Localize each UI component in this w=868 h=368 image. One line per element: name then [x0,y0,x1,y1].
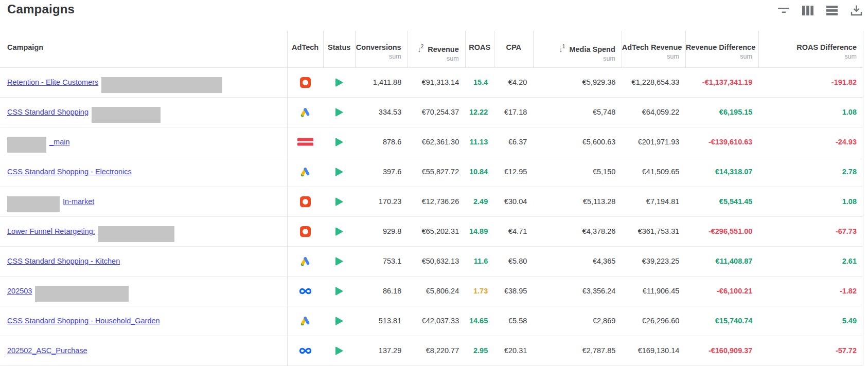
campaign-link[interactable]: In-market [63,197,94,206]
campaign-link[interactable]: Lower Funnel Retargeting: [7,227,95,235]
cell-adtech [287,187,323,216]
cell-media_spend: €5,600.63 [533,127,622,157]
cell-adtech_revenue: €201,971.93 [622,127,685,157]
cell-revenue_difference: -€160,909.37 [685,336,758,365]
adtech-meta-icon [297,346,313,356]
rows-icon [826,6,838,15]
column-label: ROAS Difference [759,31,863,52]
cell-cpa: €6.37 [494,127,533,157]
cell-media_spend: €5,748 [533,97,622,127]
cell-roas: 14.65 [465,306,494,336]
status-play-icon[interactable] [335,227,343,236]
cell-roas: 11.6 [465,246,494,276]
cell-roas_difference: 1.08 [758,187,863,216]
cell-roas_difference: -67.73 [758,216,863,246]
column-label: Status [324,31,355,52]
cell-status [323,216,355,246]
cell-status [323,97,355,127]
cell-revenue: €91,313.14 [408,67,465,97]
cell-revenue_difference: €5,541.45 [685,187,758,216]
cell-revenue: €8,220.77 [408,336,465,365]
cell-conversions: 397.6 [355,157,408,187]
campaign-link[interactable]: 202502_ASC_Purchase [7,346,87,355]
column-header-roas[interactable]: ROAS [465,31,494,67]
status-play-icon[interactable] [335,317,343,325]
status-play-icon[interactable] [335,346,343,355]
filter-icon-button[interactable] [777,4,790,16]
cell-revenue_difference: €11,408.87 [685,246,758,276]
column-header-roas_difference[interactable]: ROAS Differencesum [758,31,863,67]
column-header-media_spend[interactable]: ↓1Media Spendsum [533,31,622,67]
cell-campaign: CSS Standard Shopping [0,97,287,127]
cell-media_spend: €5,929.36 [533,67,622,97]
status-play-icon[interactable] [335,108,343,117]
column-header-conversions[interactable]: Conversionssum [355,31,408,67]
status-play-icon[interactable] [335,287,343,296]
cell-conversions: 86.18 [355,276,408,306]
table-row: CSS Standard Shopping334.53€70,254.3712.… [0,97,863,127]
campaign-link[interactable]: CSS Standard Shopping - Household_Garden [7,317,160,325]
column-header-adtech[interactable]: AdTech [287,31,323,67]
cell-adtech [287,97,323,127]
cell-conversions: 753.1 [355,246,408,276]
cell-campaign: 202503 [0,276,287,306]
column-header-cpa[interactable]: CPA [494,31,533,67]
cell-media_spend: €2,869 [533,306,622,336]
cell-roas_difference: 2.78 [758,157,863,187]
adtech-meta-icon [297,286,313,296]
cell-adtech_revenue: €26,296.60 [622,306,685,336]
columns-icon-button[interactable] [802,4,814,16]
cell-adtech [287,216,323,246]
redacted-text [98,226,174,242]
campaign-link[interactable]: CSS Standard Shopping - Kitchen [7,257,120,265]
campaign-link[interactable]: Retention - Elite Customers [7,78,98,86]
redacted-text [35,286,129,302]
column-header-status[interactable]: Status [323,31,355,67]
rows-icon-button[interactable] [826,4,838,16]
cell-revenue_difference: -€296,551.00 [685,216,758,246]
cell-roas: 10.84 [465,157,494,187]
cell-conversions: 1,411.88 [355,67,408,97]
cell-revenue: €42,037.33 [408,306,465,336]
sort-desc-1-icon: ↓1 [559,45,565,53]
column-header-revenue_difference[interactable]: Revenue Differencesum [685,31,758,67]
column-agg-label [0,52,287,61]
cell-adtech [287,157,323,187]
column-header-campaign[interactable]: Campaign [0,31,287,67]
campaign-link[interactable]: CSS Standard Shopping [7,108,88,116]
status-play-icon[interactable] [335,168,343,176]
column-label: AdTech Revenue [622,31,685,52]
cell-adtech [287,127,323,157]
cell-media_spend: €4,378.26 [533,216,622,246]
cell-roas_difference: -191.82 [758,67,863,97]
campaign-link[interactable]: 202503 [7,287,32,295]
cell-conversions: 137.29 [355,336,408,365]
column-label: Conversions [356,31,408,52]
adtech-google-ads-icon [299,166,311,178]
adtech-google-ads-icon [299,106,311,118]
cell-roas: 1.73 [465,276,494,306]
cell-adtech_revenue: €64,059.22 [622,97,685,127]
column-agg-label: sum [759,52,863,61]
cell-status [323,276,355,306]
status-play-icon[interactable] [335,78,343,87]
cell-cpa: €5.58 [494,306,533,336]
columns-icon [802,6,813,15]
status-play-icon[interactable] [335,197,343,206]
cell-campaign: 202502_ASC_Purchase [0,336,287,365]
column-agg-label [494,52,533,61]
cell-conversions: 170.23 [355,187,408,216]
status-play-icon[interactable] [335,257,343,266]
campaign-link[interactable]: CSS Standard Shopping - Electronics [7,168,132,176]
column-agg-label [466,52,494,61]
redacted-text [101,77,222,93]
cell-adtech_revenue: €169,130.14 [622,336,685,365]
download-icon-button[interactable] [850,4,862,16]
campaign-link[interactable]: _main [49,138,70,146]
status-play-icon[interactable] [335,138,343,146]
column-header-adtech_revenue[interactable]: AdTech Revenuesum [622,31,685,67]
adtech-google-ads-icon [299,255,311,267]
column-label: Campaign [0,31,287,52]
column-header-revenue[interactable]: ↓2Revenuesum [408,31,465,67]
cell-conversions: 334.53 [355,97,408,127]
